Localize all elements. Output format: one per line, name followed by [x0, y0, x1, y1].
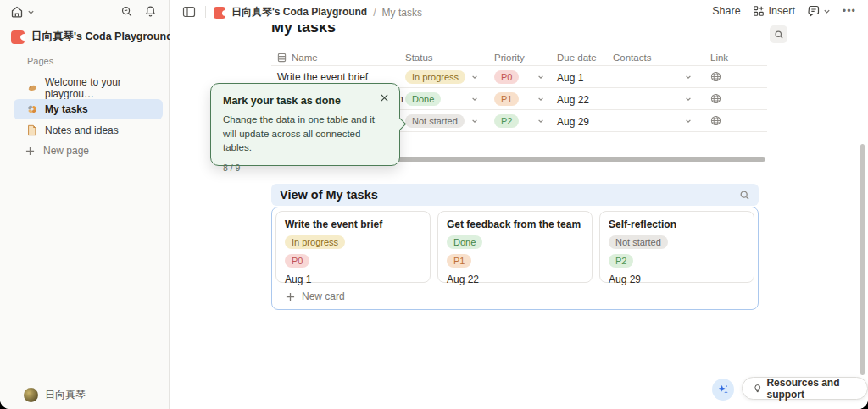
tooltip-step-counter: 8 / 9 [223, 163, 387, 173]
priority-pill[interactable]: P1 [494, 92, 519, 106]
col-header-link[interactable]: Link [710, 53, 728, 63]
chevron-down-icon [471, 74, 478, 80]
new-card-button[interactable]: New card [275, 283, 754, 302]
chevron-down-icon [537, 96, 544, 102]
home-chevron-down-icon[interactable] [27, 8, 35, 16]
col-header-priority[interactable]: Priority [494, 53, 525, 63]
priority-pill[interactable]: P0 [285, 254, 309, 268]
status-pill[interactable]: Done [447, 235, 482, 249]
lightbulb-icon [754, 383, 761, 395]
due-date[interactable]: Aug 29 [557, 116, 589, 128]
globe-icon[interactable] [710, 71, 721, 82]
notifications-bell-icon[interactable] [144, 5, 157, 18]
status-pill[interactable]: Not started [609, 235, 668, 249]
chevron-down-icon [537, 118, 544, 124]
task-name[interactable]: Write the event brief [277, 71, 368, 83]
sidebar-topbar [0, 0, 169, 24]
tooltip-title: Mark your task as done [223, 95, 387, 107]
workspace-name: 日向真琴's Coda Playground [31, 30, 173, 44]
globe-icon[interactable] [710, 115, 721, 126]
priority-pill[interactable]: P2 [494, 114, 519, 128]
globe-icon[interactable] [710, 93, 721, 104]
comments-button[interactable] [807, 4, 831, 18]
new-page-label: New page [43, 145, 89, 157]
chevron-down-icon [471, 118, 478, 124]
task-card[interactable]: Get feedback from the team Done P1 Aug 2… [437, 211, 593, 283]
vertical-scrollbar[interactable] [860, 144, 865, 375]
wave-hand-icon [25, 82, 38, 95]
breadcrumb: 日向真琴's Coda Playground / My tasks [214, 5, 422, 19]
search-icon[interactable] [120, 5, 133, 18]
sidebar-item-welcome[interactable]: Welcome to your playgrou… [14, 78, 163, 98]
col-header-status[interactable]: Status [405, 53, 433, 63]
pinwheel-icon [25, 103, 38, 116]
table-search-button[interactable] [770, 25, 787, 43]
sparkles-icon [717, 384, 729, 395]
close-icon[interactable] [380, 93, 389, 102]
insert-grid-icon [753, 5, 765, 17]
avatar [24, 388, 38, 402]
chevron-down-icon [537, 74, 544, 80]
sidebar-item-label: Welcome to your playgrou… [45, 76, 163, 100]
priority-pill[interactable]: P2 [609, 254, 633, 268]
view-header: View of My tasks [271, 184, 759, 206]
topbar-divider [205, 6, 206, 18]
topbar: 日向真琴's Coda Playground / My tasks Share … [170, 0, 868, 24]
card-due-date: Aug 29 [609, 274, 745, 285]
sidebar-item-my-tasks[interactable]: My tasks [14, 99, 163, 119]
home-icon[interactable] [10, 5, 24, 19]
chevron-down-icon [471, 96, 478, 102]
status-pill[interactable]: In progress [285, 235, 345, 249]
status-pill[interactable]: Done [405, 92, 441, 106]
view-search-icon[interactable] [739, 190, 750, 201]
chevron-down-icon[interactable] [823, 8, 831, 15]
plus-icon [25, 146, 35, 156]
card-title: Write the event brief [285, 218, 421, 230]
coda-ai-button[interactable] [712, 379, 734, 401]
table-header-row: Name Status Priority Due date Contacts L… [271, 49, 767, 66]
priority-pill[interactable]: P1 [447, 254, 471, 268]
priority-pill[interactable]: P0 [494, 70, 519, 84]
plus-icon [286, 292, 295, 301]
workspace-switcher[interactable]: 日向真琴's Coda Playground [11, 30, 173, 44]
coda-logo [11, 30, 25, 44]
breadcrumb-separator: / [373, 7, 376, 19]
share-button[interactable]: Share [712, 5, 740, 17]
sidebar: 日向真琴's Coda Playground Pages Welcome to … [0, 0, 170, 409]
sidebar-item-label: My tasks [45, 103, 88, 115]
user-account[interactable]: 日向真琴 [24, 388, 86, 402]
col-header-due-date[interactable]: Due date [557, 53, 597, 63]
card-title: Self-reflection [609, 218, 745, 230]
chevron-down-icon [685, 96, 692, 102]
status-pill[interactable]: In progress [405, 70, 465, 84]
more-options-icon[interactable]: ••• [843, 5, 856, 17]
col-header-name[interactable]: Name [292, 53, 318, 63]
insert-label: Insert [769, 5, 795, 17]
user-name: 日向真琴 [45, 388, 86, 402]
card-due-date: Aug 1 [285, 274, 421, 285]
breadcrumb-workspace[interactable]: 日向真琴's Coda Playground [231, 5, 367, 19]
tooltip-body: Change the data in one table and it will… [223, 113, 384, 155]
table-icon [277, 53, 287, 63]
insert-button[interactable]: Insert [753, 5, 795, 17]
coda-logo-small [214, 7, 225, 19]
app-window: 日向真琴's Coda Playground Pages Welcome to … [0, 0, 868, 409]
resources-and-support-button[interactable]: Resources and support [742, 377, 868, 400]
sidebar-toggle-icon[interactable] [182, 5, 196, 19]
due-date[interactable]: Aug 1 [557, 72, 583, 84]
sidebar-item-notes-and-ideas[interactable]: Notes and ideas [14, 120, 163, 141]
new-page-button[interactable]: New page [25, 145, 89, 157]
task-card[interactable]: Write the event brief In progress P0 Aug… [275, 211, 431, 283]
onboarding-tooltip: Mark your task as done Change the data i… [210, 83, 400, 166]
chevron-down-icon [685, 74, 692, 80]
view-title[interactable]: View of My tasks [280, 188, 378, 202]
due-date[interactable]: Aug 22 [557, 94, 589, 106]
task-card[interactable]: Self-reflection Not started P2 Aug 29 [599, 211, 754, 283]
breadcrumb-page[interactable]: My tasks [382, 7, 422, 19]
card-view-container: Write the event brief In progress P0 Aug… [271, 207, 759, 310]
col-header-contacts[interactable]: Contacts [613, 53, 651, 63]
chevron-down-icon [685, 118, 692, 124]
sidebar-item-label: Notes and ideas [45, 124, 119, 136]
status-pill[interactable]: Not started [405, 114, 465, 128]
card-title: Get feedback from the team [447, 218, 583, 230]
